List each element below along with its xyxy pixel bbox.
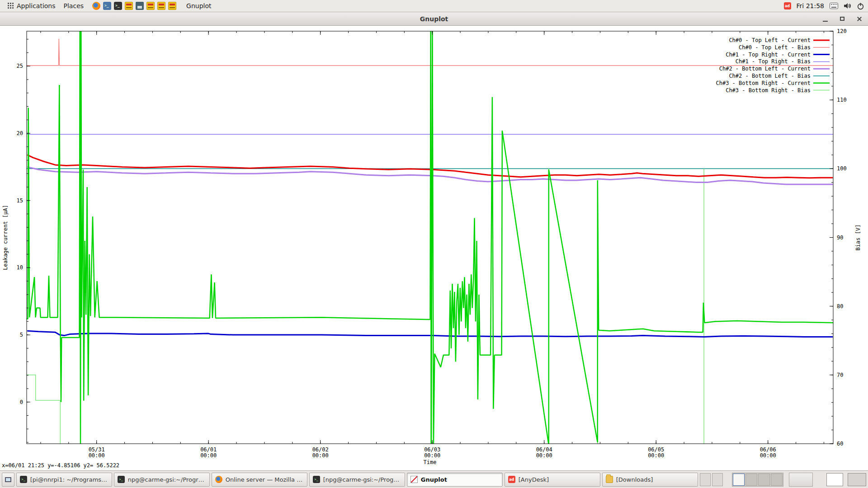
legend-label: Ch#3 - Bottom Right - Current: [716, 80, 811, 86]
svg-text:120: 120: [837, 28, 847, 34]
taskbar-button-label: [Downloads]: [616, 476, 653, 483]
svg-text:06/03: 06/03: [424, 446, 440, 453]
window-title: Gnuplot: [52, 15, 816, 23]
minimize-icon: [823, 21, 828, 22]
panel-launchers: [92, 2, 176, 10]
workspace-cell[interactable]: [758, 474, 770, 486]
firefox-launcher-icon[interactable]: [92, 2, 100, 10]
svg-text:00:00: 00:00: [648, 452, 664, 459]
taskbar-button-label: Online server — Mozilla Fir…: [226, 476, 304, 483]
window-titlebar[interactable]: Gnuplot: [0, 12, 868, 26]
terminal-blue-launcher-icon[interactable]: [103, 2, 111, 10]
gnuplot-chart[interactable]: 05/3100:0006/0100:0006/0200:0006/0300:00…: [0, 26, 868, 470]
notification-area: [826, 473, 843, 486]
show-desktop-button[interactable]: [2, 473, 14, 487]
window-list: [pi@nnrpi1: ~/Programs/cae…]npg@carme-gs…: [16, 473, 698, 487]
svg-text:06/05: 06/05: [648, 446, 664, 453]
anydesk-tray-icon[interactable]: [784, 2, 791, 9]
taskbar-button-label: [pi@nnrpi1: ~/Programs/cae…]: [30, 476, 108, 483]
series-ch-1-top-right-current: [27, 331, 833, 337]
svg-text:110: 110: [837, 97, 847, 103]
svg-text:10: 10: [17, 264, 23, 271]
svg-text:90: 90: [837, 235, 843, 241]
close-icon: [857, 16, 862, 22]
svg-text:Leakage current [µA]: Leakage current [µA]: [2, 205, 9, 270]
svg-text:5: 5: [20, 332, 23, 338]
keyboard-layout-icon[interactable]: [830, 3, 838, 9]
taskbar-button[interactable]: [Downloads]: [602, 473, 698, 487]
legend-label: Ch#3 - Bottom Right - Bias: [726, 87, 811, 94]
svg-text:05/31: 05/31: [89, 446, 105, 453]
series-ch-3-bottom-right-bias: [27, 38, 704, 457]
clock[interactable]: Fri 21:58: [797, 2, 824, 9]
anydesk-icon: [508, 476, 515, 483]
maximize-icon: [840, 17, 844, 21]
svg-text:60: 60: [837, 441, 843, 447]
minimize-button[interactable]: [816, 12, 834, 26]
app-yellow-launcher-icon[interactable]: [168, 2, 176, 10]
chart-series: [27, 30, 833, 457]
series-ch-3-bottom-right-current: [27, 30, 833, 445]
applet-pane[interactable]: [700, 473, 711, 486]
places-menu[interactable]: Places: [60, 1, 88, 10]
desktop: Applications Places Gnuplot Fri 21:58: [0, 0, 868, 488]
panel-tray: Fri 21:58: [784, 2, 864, 10]
workspace-cell[interactable]: [733, 474, 745, 486]
taskbar-button[interactable]: Online server — Mozilla Fir…: [212, 473, 307, 487]
power-icon[interactable]: [857, 2, 864, 10]
applications-menu[interactable]: Applications: [4, 1, 60, 10]
folder-icon: [606, 476, 613, 483]
svg-text:25: 25: [17, 63, 23, 69]
mouse-coordinates: x=06/01 21:25 y=-4.85106 y2= 56.5222: [2, 462, 119, 469]
app-yellow-launcher-icon[interactable]: [146, 2, 155, 10]
taskbar-button-label: npg@carme-gsi:~/Programs…: [128, 476, 206, 483]
legend-label: Ch#2 - Bottom Left - Bias: [729, 73, 811, 79]
taskbar-button-label: Gnuplot: [421, 476, 447, 483]
legend-label: Ch#1 - Top Right - Current: [726, 52, 811, 58]
applet-panes: [700, 473, 723, 486]
close-button[interactable]: [851, 12, 868, 26]
maximize-button[interactable]: [834, 12, 851, 26]
workspace-cell[interactable]: [745, 474, 757, 486]
workspace-cell[interactable]: [771, 474, 783, 486]
empty-applet: [789, 473, 813, 487]
app-yellow-launcher-icon[interactable]: [125, 2, 133, 10]
svg-text:06/04: 06/04: [536, 446, 552, 453]
applications-menu-label: Applications: [17, 2, 56, 9]
terminal-dark-launcher-icon[interactable]: [114, 2, 122, 10]
svg-text:100: 100: [837, 165, 847, 172]
volume-icon[interactable]: [844, 2, 851, 9]
legend-label: Ch#1 - Top Right - Bias: [736, 58, 811, 65]
taskbar-button[interactable]: npg@carme-gsi:~/Programs…: [114, 473, 210, 487]
svg-text:70: 70: [837, 372, 843, 378]
svg-text:Bias [V]: Bias [V]: [855, 225, 861, 251]
svg-text:06/06: 06/06: [760, 446, 776, 453]
svg-text:80: 80: [837, 303, 843, 310]
terminal-icon: [313, 476, 320, 483]
taskbar-button-label: [npg@carme-gsi:~/Program…]: [323, 476, 401, 483]
gnuplot-canvas[interactable]: 05/3100:0006/0100:0006/0200:0006/0300:00…: [0, 26, 868, 470]
svg-text:06/02: 06/02: [312, 446, 329, 453]
taskbar-button[interactable]: [pi@nnrpi1: ~/Programs/cae…]: [16, 473, 112, 487]
svg-text:Time: Time: [424, 459, 437, 465]
svg-text:15: 15: [17, 197, 23, 204]
legend-label: Ch#0 - Top Left - Current: [729, 37, 811, 43]
trash-applet[interactable]: [848, 473, 866, 486]
taskbar-button[interactable]: [AnyDesk]: [505, 473, 600, 487]
terminal-icon: [118, 476, 125, 483]
taskbar-button-label: [AnyDesk]: [519, 476, 549, 483]
applet-pane[interactable]: [712, 473, 723, 486]
app-yellow-launcher-icon[interactable]: [157, 2, 165, 10]
svg-text:06/01: 06/01: [200, 446, 217, 453]
taskbar-button[interactable]: Gnuplot: [407, 473, 503, 487]
legend-label: Ch#2 - Bottom Left - Current: [719, 66, 811, 72]
legend-label: Ch#0 - Top Left - Bias: [739, 44, 811, 51]
taskbar-button[interactable]: [npg@carme-gsi:~/Program…]: [309, 473, 405, 487]
workspace-switcher[interactable]: [732, 473, 783, 487]
floppy-dark-launcher-icon[interactable]: [136, 2, 144, 10]
terminal-icon: [20, 476, 27, 483]
svg-text:00:00: 00:00: [424, 452, 440, 459]
series-ch-0-top-left-bias: [27, 39, 833, 66]
svg-text:00:00: 00:00: [760, 452, 776, 459]
taskbar: [pi@nnrpi1: ~/Programs/cae…]npg@carme-gs…: [0, 470, 868, 488]
